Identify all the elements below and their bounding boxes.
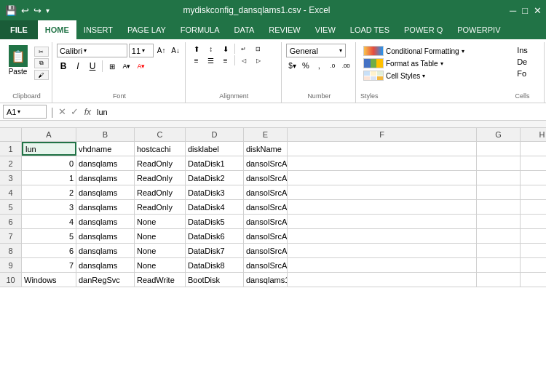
col-header-e[interactable]: E (244, 128, 288, 141)
cell-r7c4[interactable]: DataDisk6 (186, 229, 244, 243)
tab-page-layout[interactable]: PAGE LAY (120, 20, 173, 39)
cell-r6c5[interactable]: dansolSrcAms-dansqlams1-4-20150101141151… (244, 215, 288, 228)
cell-r1c5[interactable]: diskName (244, 142, 288, 156)
cell-r8c5[interactable]: dansolSrcAms-dansqlams1-6-20150101141153… (244, 244, 288, 257)
cell-r5c6[interactable] (288, 200, 477, 214)
tab-view[interactable]: VIEW (308, 20, 343, 39)
cell-r4c3[interactable]: ReadOnly (135, 185, 186, 199)
cell-r4c5[interactable]: dansolSrcAms-dansqlams1-2-20150109142655… (244, 185, 288, 199)
cell-r10c4[interactable]: BootDisk (186, 273, 244, 287)
cell-r10c8[interactable] (521, 273, 546, 287)
format-painter-button[interactable]: 🖌 (34, 70, 49, 80)
cell-r8c6[interactable] (288, 244, 477, 257)
tab-review[interactable]: REVIEW (261, 20, 307, 39)
cell-r1c8[interactable] (521, 142, 546, 156)
cell-r8c2[interactable]: dansqlams (76, 244, 135, 257)
decrease-font-button[interactable]: A↓ (169, 44, 181, 57)
cell-r8c3[interactable]: None (135, 244, 186, 257)
cell-r3c4[interactable]: DataDisk2 (186, 171, 244, 185)
fill-color-button[interactable]: A▾ (120, 60, 133, 73)
tab-home[interactable]: HOME (38, 20, 76, 39)
col-header-h[interactable]: H (521, 128, 546, 141)
increase-decimal-button[interactable]: .00 (340, 59, 352, 72)
cell-r7c6[interactable] (288, 229, 477, 243)
tab-file[interactable]: FILE (0, 20, 38, 39)
cell-r2c7[interactable] (477, 156, 521, 170)
minimize-button[interactable]: ─ (510, 5, 516, 16)
cell-r9c8[interactable] (521, 258, 546, 272)
cell-r10c5[interactable]: dansqlams1-OSDisk (244, 273, 288, 287)
decrease-indent-button[interactable]: ◁ (237, 55, 250, 65)
increase-font-button[interactable]: A↑ (155, 44, 167, 57)
increase-indent-button[interactable]: ▷ (252, 55, 265, 65)
close-button[interactable]: ✕ (534, 5, 542, 16)
row-number-10[interactable]: 10 (0, 273, 21, 287)
cell-r3c2[interactable]: dansqlams (76, 171, 135, 185)
col-header-d[interactable]: D (186, 128, 244, 141)
cell-r7c3[interactable]: None (135, 229, 186, 243)
align-bottom-button[interactable]: ⬇ (219, 44, 232, 54)
cell-r9c4[interactable]: DataDisk8 (186, 258, 244, 272)
cell-r9c3[interactable]: None (135, 258, 186, 272)
format-as-table-button[interactable]: Format as Table ▾ (362, 57, 495, 69)
col-header-c[interactable]: C (135, 128, 186, 141)
cell-r6c7[interactable] (477, 215, 521, 228)
cell-r8c4[interactable]: DataDisk7 (186, 244, 244, 257)
cell-r6c6[interactable] (288, 215, 477, 228)
format-button[interactable]: Fo (515, 68, 530, 79)
row-number-5[interactable]: 5 (0, 200, 21, 215)
percent-button[interactable]: % (299, 59, 312, 72)
col-header-a[interactable]: A (22, 128, 76, 141)
tab-data[interactable]: DATA (227, 20, 262, 39)
confirm-formula-icon[interactable]: ✓ (71, 106, 79, 117)
cell-r2c3[interactable]: ReadOnly (135, 156, 186, 170)
currency-button[interactable]: $▾ (286, 59, 298, 72)
row-number-3[interactable]: 3 (0, 171, 21, 185)
row-number-8[interactable]: 8 (0, 244, 21, 258)
cell-r5c7[interactable] (477, 200, 521, 214)
cell-r9c5[interactable]: dansolSrcAms-dansqlams1-7-20150101141155… (244, 258, 288, 272)
cell-r10c3[interactable]: ReadWrite (135, 273, 186, 287)
cell-r1c7[interactable] (477, 142, 521, 156)
align-left-button[interactable]: ≡ (190, 55, 203, 65)
col-header-b[interactable]: B (76, 128, 135, 141)
row-number-2[interactable]: 2 (0, 156, 21, 171)
align-right-button[interactable]: ≡ (219, 55, 232, 65)
cell-r3c1[interactable]: 1 (22, 171, 76, 185)
align-center-button[interactable]: ☰ (205, 55, 218, 65)
wrap-text-button[interactable]: ↵ (237, 44, 250, 54)
row-number-1[interactable]: 1 (0, 142, 21, 156)
align-top-button[interactable]: ⬆ (190, 44, 203, 54)
cell-r7c7[interactable] (477, 229, 521, 243)
copy-button[interactable]: ⧉ (34, 58, 49, 68)
insert-button[interactable]: Ins (515, 45, 530, 55)
cell-r3c6[interactable] (288, 171, 477, 185)
cell-r7c5[interactable]: dansolSrcAms-dansqlams1-5-20150101141152… (244, 229, 288, 243)
col-header-f[interactable]: F (288, 128, 477, 141)
cell-r8c7[interactable] (477, 244, 521, 257)
cell-r3c7[interactable] (477, 171, 521, 185)
row-number-4[interactable]: 4 (0, 185, 21, 200)
cell-r1c3[interactable]: hostcachi (135, 142, 186, 156)
tab-formula[interactable]: FORMULA (173, 20, 227, 39)
cell-r4c4[interactable]: DataDisk3 (186, 185, 244, 199)
cell-r5c5[interactable]: dansolSrcAms-dansqlams1-3-20150109142658… (244, 200, 288, 214)
row-number-6[interactable]: 6 (0, 215, 21, 229)
tab-insert[interactable]: INSERT (76, 20, 120, 39)
cell-r5c8[interactable] (521, 200, 546, 214)
cell-r10c1[interactable]: Windows (22, 273, 76, 287)
cell-r4c8[interactable] (521, 185, 546, 199)
font-size-selector[interactable]: 11 ▾ (129, 44, 154, 57)
underline-button[interactable]: U (86, 60, 99, 73)
border-button[interactable]: ⊞ (106, 60, 119, 73)
cell-r3c8[interactable] (521, 171, 546, 185)
conditional-formatting-button[interactable]: Conditional Formatting ▾ (362, 45, 495, 57)
cell-r3c5[interactable]: dansolSrcAms-dansqlams1-1-20150109142653… (244, 171, 288, 185)
tab-power-query[interactable]: POWER Q (397, 20, 450, 39)
formula-input[interactable] (97, 108, 543, 116)
cell-r4c7[interactable] (477, 185, 521, 199)
cell-r2c2[interactable]: dansqlams (76, 156, 135, 170)
tab-load-test[interactable]: LOAD TES (343, 20, 397, 39)
cut-button[interactable]: ✂ (34, 47, 49, 57)
undo-icon[interactable]: ↩ (20, 4, 30, 17)
